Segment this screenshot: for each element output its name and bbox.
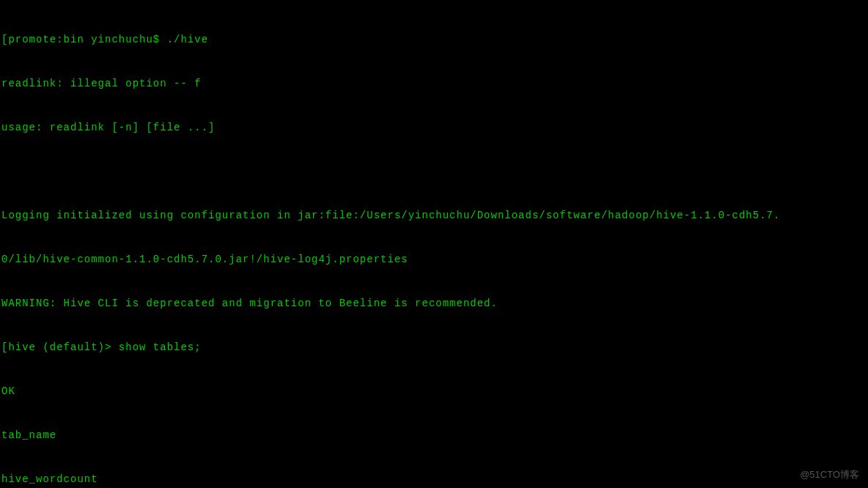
terminal-line: WARNING: Hive CLI is deprecated and migr… [1, 296, 867, 311]
terminal-line [1, 164, 867, 179]
terminal-line: OK [1, 384, 867, 399]
terminal-line: Logging initialized using configuration … [1, 208, 867, 223]
terminal-line: readlink: illegal option -- f [1, 76, 867, 91]
terminal-line: [hive (default)> show tables; [1, 340, 867, 355]
terminal-line: 0/lib/hive-common-1.1.0-cdh5.7.0.jar!/hi… [1, 252, 867, 267]
terminal-window[interactable]: [promote:bin yinchuchu$ ./hive readlink:… [0, 0, 868, 488]
terminal-line: usage: readlink [-n] [file ...] [1, 120, 867, 135]
watermark-text: @51CTO博客 [800, 467, 859, 482]
terminal-line: tab_name [1, 428, 867, 443]
terminal-line: hive_wordcount [1, 472, 867, 487]
terminal-line: [promote:bin yinchuchu$ ./hive [1, 32, 867, 47]
